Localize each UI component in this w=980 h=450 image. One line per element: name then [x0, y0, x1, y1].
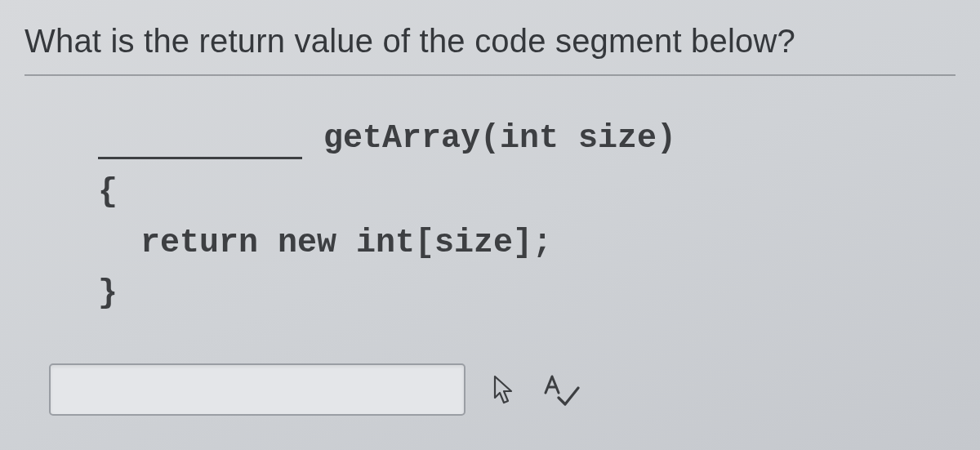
divider — [24, 74, 956, 76]
answer-row — [49, 363, 956, 416]
spellcheck-icon — [541, 373, 580, 406]
return-type-blank — [98, 127, 302, 159]
code-close-brace: } — [98, 269, 956, 319]
code-open-brace: { — [98, 167, 956, 218]
code-line-signature: getArray(int size) — [98, 114, 956, 164]
cursor-icon — [490, 373, 516, 406]
code-return-line: return new int[size]; — [98, 218, 956, 269]
signature-text: getArray(int size) — [323, 114, 676, 164]
answer-input[interactable] — [49, 363, 466, 416]
code-segment: getArray(int size) { return new int[size… — [24, 114, 956, 416]
question-prompt: What is the return value of the code seg… — [24, 23, 956, 60]
